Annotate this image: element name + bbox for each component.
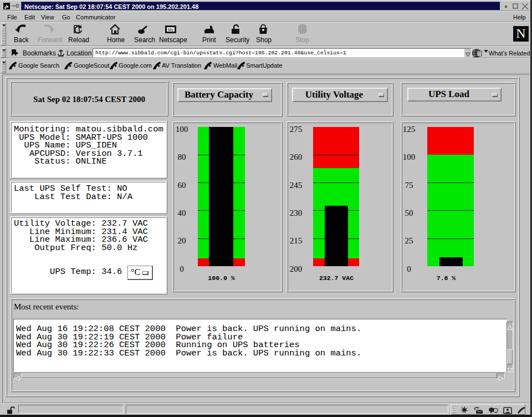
svg-text:My: My (168, 28, 173, 32)
